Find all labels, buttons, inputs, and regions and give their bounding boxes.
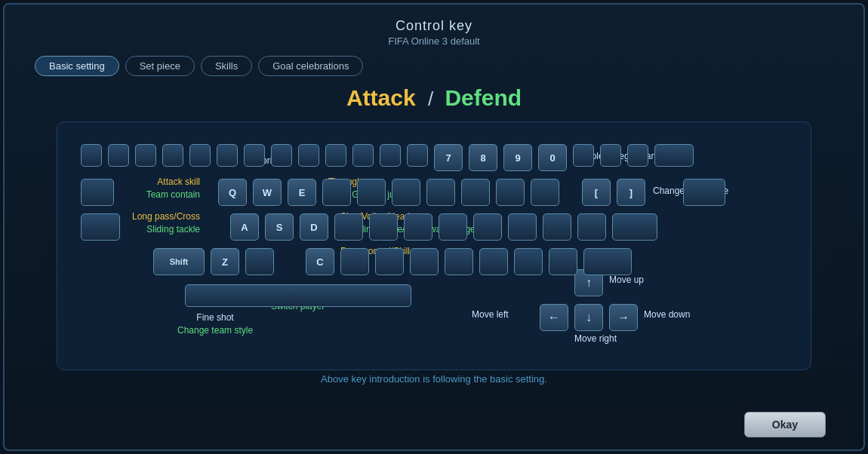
key-d: D (300, 213, 328, 241)
key-filler-8 (271, 144, 292, 167)
tab-bar: Basic setting Set piece Skills Goal cele… (5, 47, 863, 85)
key-filler-14 (573, 144, 594, 167)
key-arrow-right: → (609, 304, 638, 331)
key-b (375, 248, 404, 275)
key-filler-1 (81, 144, 102, 167)
key-k (473, 213, 502, 241)
key-u (426, 179, 455, 206)
key-filler-5 (189, 144, 211, 167)
key-filler-3 (135, 144, 156, 167)
key-filler-2 (108, 144, 129, 167)
key-filler-7 (244, 144, 265, 167)
key-g (369, 213, 398, 241)
key-q: Q (218, 179, 247, 206)
tab-goal-celebrations[interactable]: Goal celebrations (258, 56, 363, 76)
key-s: S (265, 213, 294, 241)
key-filler-16 (627, 144, 648, 167)
tab-basic-setting[interactable]: Basic setting (35, 56, 119, 76)
key-i (461, 179, 490, 206)
page-title: Control key (5, 18, 863, 34)
key-9: 9 (503, 144, 532, 171)
key-semicolon (543, 213, 571, 241)
key-rshift (583, 248, 632, 275)
key-e: E (288, 179, 316, 206)
key-period (514, 248, 543, 275)
key-tab (81, 179, 114, 206)
key-filler-15 (600, 144, 621, 167)
label-move-right: Move right (574, 333, 617, 345)
key-filler-6 (217, 144, 238, 167)
key-8: 8 (469, 144, 497, 171)
keyboard-area: 7 8 9 0 Simple trategy change [ ] Change… (34, 121, 834, 370)
key-r (322, 179, 351, 206)
label-fine-shot: Fine shot Change team style (177, 311, 253, 337)
key-shift: Shift (153, 248, 205, 275)
mode-attack-label: Attack (346, 85, 416, 110)
key-bracket-open: [ (582, 179, 611, 206)
key-filler-12 (380, 144, 401, 167)
key-w: W (253, 179, 282, 206)
key-caps (81, 213, 120, 241)
tab-set-piece[interactable]: Set piece (125, 56, 195, 76)
key-m (445, 248, 473, 275)
key-0: 0 (538, 144, 567, 171)
key-filler-13 (407, 144, 428, 167)
mode-defend-label: Defend (445, 85, 522, 110)
key-f (334, 213, 363, 241)
mode-header: Attack / Defend (5, 85, 863, 111)
key-n (410, 248, 439, 275)
okay-button[interactable]: Okay (744, 412, 826, 437)
key-bracket-close: ] (617, 179, 645, 206)
key-j (439, 213, 467, 241)
mode-slash: / (428, 87, 439, 110)
key-x (245, 248, 274, 275)
key-quote (577, 213, 606, 241)
key-filler-9 (298, 144, 319, 167)
label-move-left: Move left (472, 308, 509, 321)
key-filler-11 (352, 144, 374, 167)
key-backspace (654, 144, 694, 167)
key-slash (549, 248, 577, 275)
key-filler-10 (325, 144, 346, 167)
key-c: C (306, 248, 334, 275)
label-move-up: Move up (609, 274, 644, 287)
key-enter (683, 179, 725, 206)
key-arrow-left: ← (540, 304, 568, 331)
key-t (357, 179, 386, 206)
header: Control key FIFA Online 3 default (5, 5, 863, 47)
key-arrow-down: ↓ (574, 304, 603, 331)
key-7: 7 (434, 144, 463, 171)
key-enter2 (612, 213, 657, 241)
key-p (531, 179, 559, 206)
tab-skills[interactable]: Skills (201, 56, 252, 76)
key-a: A (230, 213, 259, 241)
key-o (496, 179, 525, 206)
key-space (185, 284, 411, 307)
key-comma (479, 248, 508, 275)
key-z: Z (211, 248, 239, 275)
page-subtitle: FIFA Online 3 default (5, 35, 863, 47)
key-filler-4 (162, 144, 183, 167)
key-y (392, 179, 420, 206)
key-l (508, 213, 537, 241)
key-h (404, 213, 432, 241)
footer-info: Above key introduction is following the … (5, 373, 863, 385)
label-move-down: Move down (644, 308, 690, 321)
key-v (340, 248, 369, 275)
